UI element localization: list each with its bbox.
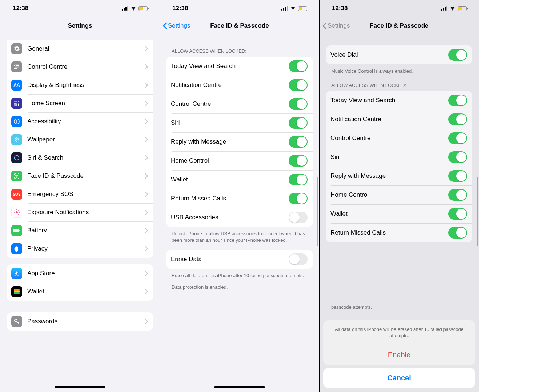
page-title: Settings — [0, 22, 160, 29]
section-header-locked: ALLOW ACCESS WHEN LOCKED: — [331, 83, 472, 88]
siri-icon — [11, 152, 22, 163]
row-exposure[interactable]: Exposure Notifications — [7, 203, 153, 221]
svg-point-40 — [19, 212, 20, 213]
row-sos[interactable]: SOSEmergency SOS — [7, 185, 153, 203]
toggle-siri[interactable]: Siri — [326, 148, 472, 167]
wifi-icon — [290, 6, 296, 11]
toggle-erase-data[interactable]: Erase Data — [166, 250, 313, 269]
row-label: Erase Data — [171, 256, 289, 263]
scrollbar-thumb[interactable] — [477, 177, 478, 246]
chevron-right-icon — [145, 64, 148, 69]
toggle-today-view[interactable]: Today View and Search — [326, 91, 472, 110]
toggle-reply-with-message[interactable]: Reply with Message — [326, 167, 472, 185]
svg-point-26 — [15, 139, 15, 140]
enable-button[interactable]: Enable — [323, 345, 475, 365]
switch-icon[interactable] — [289, 212, 308, 223]
toggle-siri[interactable]: Siri — [166, 113, 313, 132]
toggle-notification-centre[interactable]: Notification Centre — [166, 76, 313, 95]
row-face-id[interactable]: Face ID & Passcode — [7, 167, 153, 185]
switch-icon[interactable] — [289, 174, 308, 185]
back-button[interactable]: Settings — [160, 22, 190, 29]
switch-icon[interactable] — [448, 151, 467, 163]
toggle-control-centre[interactable]: Control Centre — [326, 129, 472, 148]
chevron-right-icon — [145, 289, 148, 294]
switch-icon[interactable] — [289, 136, 308, 148]
row-wallpaper[interactable]: Wallpaper — [7, 131, 153, 149]
row-control-centre[interactable]: Control Centre — [7, 58, 153, 76]
footer-usb: Unlock iPhone to allow USB accessories t… — [172, 231, 308, 243]
wallet-icon — [11, 286, 22, 297]
chevron-left-icon — [163, 22, 167, 29]
status-bar: 12:38 — [320, 0, 479, 16]
row-label: App Store — [27, 270, 145, 277]
toggle-wallet[interactable]: Wallet — [166, 170, 313, 189]
signal-icon — [281, 6, 288, 11]
toggle-reply-with-message[interactable]: Reply with Message — [166, 132, 313, 151]
nav-bar: Settings — [0, 16, 160, 35]
action-sheet-cancel-group: Cancel — [323, 368, 475, 388]
footer-voice: Music Voice Control is always enabled. — [331, 68, 467, 75]
status-bar: 12:38 — [0, 0, 160, 16]
row-appstore[interactable]: App Store — [7, 264, 153, 283]
wifi-icon — [450, 6, 455, 11]
svg-rect-18 — [16, 104, 17, 106]
toggle-notification-centre[interactable]: Notification Centre — [326, 110, 472, 129]
row-label: Wallet — [330, 210, 448, 217]
sos-icon: SOS — [11, 189, 22, 200]
row-display[interactable]: AADisplay & Brightness — [7, 76, 153, 94]
svg-point-42 — [18, 210, 19, 211]
switch-icon[interactable] — [448, 49, 467, 61]
switch-icon[interactable] — [448, 208, 467, 220]
toggle-return-missed-calls[interactable]: Return Missed Calls — [326, 223, 472, 242]
row-home-screen[interactable]: Home Screen — [7, 94, 153, 112]
toggle-control-centre[interactable]: Control Centre — [166, 95, 313, 113]
switch-icon[interactable] — [289, 193, 308, 204]
home-indicator[interactable] — [55, 386, 105, 388]
row-battery[interactable]: Battery — [7, 221, 153, 240]
nav-bar: Settings Face ID & Passcode — [160, 16, 319, 35]
row-siri[interactable]: Siri & Search — [7, 149, 153, 167]
switch-icon[interactable] — [289, 155, 308, 167]
switch-icon[interactable] — [448, 170, 467, 182]
switch-icon[interactable] — [448, 132, 467, 144]
cancel-button[interactable]: Cancel — [323, 368, 475, 388]
row-general[interactable]: General — [7, 40, 153, 58]
switch-icon[interactable] — [448, 227, 467, 239]
toggle-home-control[interactable]: Home Control — [326, 185, 472, 204]
toggle-wallet[interactable]: Wallet — [326, 204, 472, 223]
footer-cut: passcode attempts. — [331, 304, 467, 311]
switch-icon[interactable] — [289, 79, 308, 91]
switch-icon[interactable] — [448, 113, 467, 125]
row-wallet[interactable]: Wallet — [7, 283, 153, 301]
row-privacy[interactable]: Privacy — [7, 240, 153, 258]
chevron-right-icon — [145, 173, 148, 179]
row-label: Siri — [171, 119, 289, 127]
toggle-today-view[interactable]: Today View and Search — [166, 57, 313, 76]
switch-icon[interactable] — [289, 253, 308, 265]
chevron-right-icon — [145, 119, 148, 124]
svg-point-23 — [16, 139, 17, 140]
scrollbar-thumb[interactable] — [317, 177, 318, 246]
row-label: Exposure Notifications — [27, 209, 145, 216]
svg-rect-13 — [18, 101, 19, 102]
row-label: Display & Brightness — [27, 81, 145, 89]
row-accessibility[interactable]: Accessibility — [7, 112, 153, 131]
home-indicator[interactable] — [214, 386, 265, 388]
toggle-usb-accessories[interactable]: USB Accessories — [166, 208, 313, 227]
svg-point-31 — [18, 141, 19, 141]
row-label: Privacy — [27, 245, 145, 252]
switch-icon[interactable] — [289, 98, 308, 110]
row-passwords[interactable]: Passwords — [7, 312, 153, 331]
switch-icon[interactable] — [289, 60, 308, 72]
switch-icon[interactable] — [289, 117, 308, 129]
gear-icon — [11, 43, 22, 54]
phone-erase-confirm: 12:38 Settings Face ID & Passcode Voice … — [320, 0, 479, 392]
svg-point-38 — [16, 215, 17, 215]
toggle-home-control[interactable]: Home Control — [166, 151, 313, 170]
toggle-voice-dial[interactable]: Voice Dial — [326, 45, 472, 64]
switch-icon[interactable] — [448, 189, 467, 201]
switch-icon[interactable] — [448, 95, 467, 106]
chevron-right-icon — [145, 46, 148, 51]
row-label: Home Screen — [27, 100, 145, 107]
toggle-return-missed-calls[interactable]: Return Missed Calls — [166, 189, 313, 208]
